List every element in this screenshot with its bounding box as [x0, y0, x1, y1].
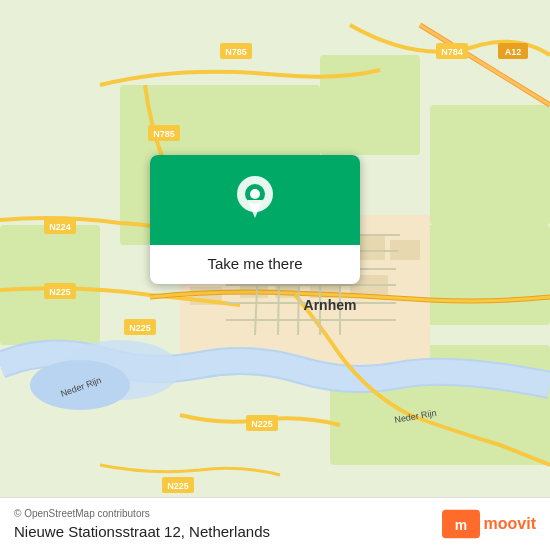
svg-text:N225: N225 — [167, 481, 189, 491]
svg-text:A12: A12 — [505, 47, 522, 57]
svg-text:N785: N785 — [153, 129, 175, 139]
take-me-there-tooltip[interactable]: Take me there — [150, 155, 360, 284]
moovit-text: moovit — [484, 515, 536, 533]
svg-text:N784: N784 — [441, 47, 463, 57]
location-pin-icon — [237, 176, 273, 224]
svg-text:N225: N225 — [251, 419, 273, 429]
address-label: Nieuwe Stationsstraat 12, Netherlands — [14, 523, 270, 540]
osm-attribution: © OpenStreetMap contributors — [14, 508, 270, 519]
svg-text:N225: N225 — [49, 287, 71, 297]
svg-text:Arnhem: Arnhem — [304, 297, 357, 313]
svg-rect-3 — [430, 105, 550, 225]
moovit-logo-svg: m — [442, 509, 480, 539]
bottom-bar: © OpenStreetMap contributors Nieuwe Stat… — [0, 497, 550, 550]
pin-area — [150, 155, 360, 245]
take-me-there-button[interactable]: Take me there — [150, 245, 360, 284]
svg-text:N225: N225 — [129, 323, 151, 333]
svg-point-60 — [250, 189, 260, 199]
svg-text:N224: N224 — [49, 222, 71, 232]
svg-rect-2 — [320, 55, 420, 155]
map-container: A12 N784 N785 N785 N224 N225 N225 N225 N… — [0, 0, 550, 550]
svg-text:m: m — [454, 517, 466, 533]
svg-text:N785: N785 — [225, 47, 247, 57]
moovit-logo: m moovit — [442, 509, 536, 539]
bottom-left: © OpenStreetMap contributors Nieuwe Stat… — [14, 508, 270, 540]
